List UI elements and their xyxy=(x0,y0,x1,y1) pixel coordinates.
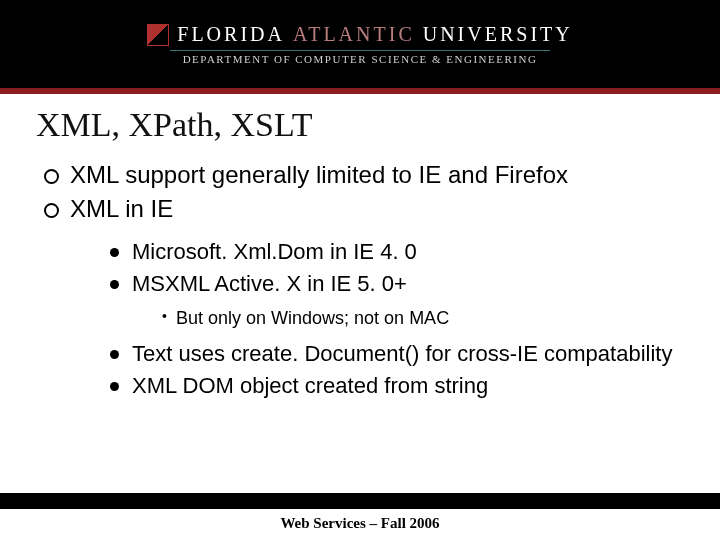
logo-divider xyxy=(170,50,550,51)
list-item: But only on Windows; not on MAC xyxy=(162,307,684,330)
footer: Web Services – Fall 2006 xyxy=(0,493,720,540)
list-item: XML support generally limited to IE and … xyxy=(44,160,684,190)
logo-word-florida: FLORIDA xyxy=(177,23,285,46)
list-item: XML DOM object created from string xyxy=(110,372,684,400)
list-item: XML in IE Microsoft. Xml.Dom in IE 4. 0 … xyxy=(44,194,684,399)
list-item-text: MSXML Active. X in IE 5. 0+ xyxy=(132,271,407,296)
list-item: Microsoft. Xml.Dom in IE 4. 0 xyxy=(110,238,684,266)
bullet-list-level3: But only on Windows; not on MAC xyxy=(132,307,684,330)
list-item-text: XML in IE xyxy=(70,195,173,222)
bullet-list-level2: Microsoft. Xml.Dom in IE 4. 0 MSXML Acti… xyxy=(70,238,684,399)
footer-text: Web Services – Fall 2006 xyxy=(0,509,720,540)
slide-content: XML, XPath, XSLT XML support generally l… xyxy=(0,94,720,399)
logo-main-line: FLORIDA ATLANTIC UNIVERSITY xyxy=(147,23,572,46)
list-item: Text uses create. Document() for cross-I… xyxy=(110,340,684,368)
logo-word-university: UNIVERSITY xyxy=(423,23,573,46)
slide-title: XML, XPath, XSLT xyxy=(36,106,684,144)
footer-bar xyxy=(0,493,720,509)
fau-seal-icon xyxy=(147,24,169,46)
bullet-list-level1: XML support generally limited to IE and … xyxy=(36,160,684,399)
logo-word-atlantic: ATLANTIC xyxy=(293,23,415,46)
university-logo: FLORIDA ATLANTIC UNIVERSITY DEPARTMENT O… xyxy=(147,23,572,65)
header-bar: FLORIDA ATLANTIC UNIVERSITY DEPARTMENT O… xyxy=(0,0,720,88)
list-item: MSXML Active. X in IE 5. 0+ But only on … xyxy=(110,270,684,331)
department-line: DEPARTMENT OF COMPUTER SCIENCE & ENGINEE… xyxy=(147,53,572,65)
